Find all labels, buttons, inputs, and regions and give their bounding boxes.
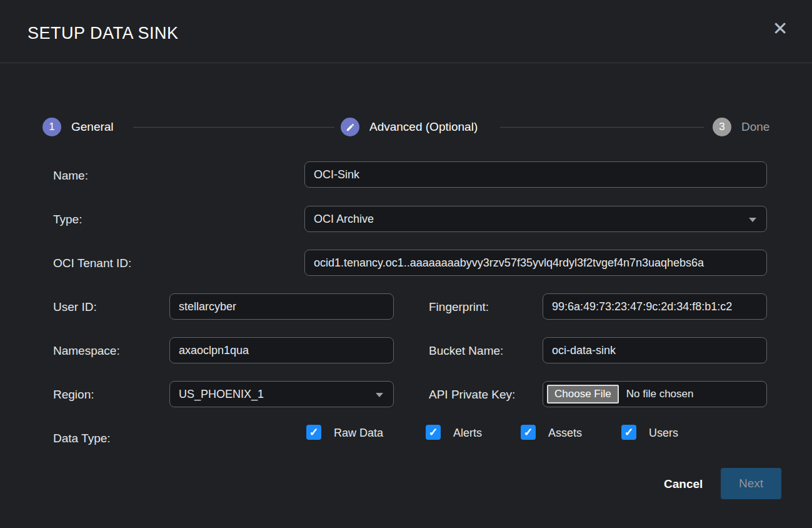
caret-down-icon xyxy=(749,218,756,222)
file-status-text: No file chosen xyxy=(626,388,694,400)
name-label: Name: xyxy=(53,169,88,183)
pencil-icon xyxy=(346,123,355,132)
step-indicator-advanced[interactable] xyxy=(341,118,359,136)
setup-data-sink-dialog: SETUP DATA SINK ✕ 1 General Advanced (Op… xyxy=(0,0,812,528)
caret-down-icon xyxy=(376,393,383,397)
type-dropdown-value: OCI Archive xyxy=(314,213,374,226)
checkmark-icon: ✓ xyxy=(428,425,438,439)
step-label-done: Done xyxy=(741,120,769,134)
type-label: Type: xyxy=(53,213,82,226)
namespace-label: Namespace: xyxy=(53,344,120,358)
checkbox-alerts-label: Alerts xyxy=(453,427,482,440)
step-number: 1 xyxy=(49,121,54,133)
region-label: Region: xyxy=(53,388,94,402)
checkmark-icon: ✓ xyxy=(624,425,633,439)
step-number: 3 xyxy=(719,121,724,133)
step-label-general: General xyxy=(71,120,114,134)
checkbox-users-label: Users xyxy=(649,427,678,440)
api-private-key-label: API Private Key: xyxy=(429,388,515,402)
fingerprint-input[interactable] xyxy=(543,293,767,320)
namespace-input[interactable] xyxy=(169,337,394,363)
oci-tenant-id-input[interactable] xyxy=(304,250,767,276)
name-input[interactable] xyxy=(304,161,767,188)
user-id-input[interactable] xyxy=(169,293,394,320)
step-indicator-done[interactable]: 3 xyxy=(713,118,731,136)
stepper-connector xyxy=(133,127,334,128)
oci-tenant-id-label: OCI Tenant ID: xyxy=(53,256,131,270)
bucket-name-label: Bucket Name: xyxy=(429,344,503,358)
bucket-name-input[interactable] xyxy=(543,337,767,363)
fingerprint-label: Fingerprint: xyxy=(429,300,489,314)
region-dropdown-value: US_PHOENIX_1 xyxy=(179,388,264,401)
checkbox-alerts[interactable]: ✓ xyxy=(426,425,441,440)
close-icon[interactable]: ✕ xyxy=(765,14,795,44)
header-divider xyxy=(0,63,812,63)
dialog-title: SETUP DATA SINK xyxy=(28,24,179,43)
next-button[interactable]: Next xyxy=(721,468,781,499)
api-private-key-file-input[interactable]: Choose File No file chosen xyxy=(543,381,767,407)
user-id-label: User ID: xyxy=(53,300,97,314)
region-dropdown[interactable]: US_PHOENIX_1 xyxy=(169,381,394,407)
checkmark-icon: ✓ xyxy=(523,425,533,439)
cancel-button[interactable]: Cancel xyxy=(656,475,710,494)
checkmark-icon: ✓ xyxy=(309,425,318,439)
step-indicator-general[interactable]: 1 xyxy=(43,118,61,136)
step-label-advanced: Advanced (Optional) xyxy=(369,120,478,134)
checkbox-raw-data[interactable]: ✓ xyxy=(306,425,321,440)
choose-file-button[interactable]: Choose File xyxy=(547,385,619,404)
checkbox-users[interactable]: ✓ xyxy=(621,425,636,440)
stepper-connector xyxy=(500,127,704,128)
type-dropdown[interactable]: OCI Archive xyxy=(304,206,767,232)
checkbox-assets[interactable]: ✓ xyxy=(521,425,536,440)
checkbox-assets-label: Assets xyxy=(548,427,582,440)
checkbox-raw-data-label: Raw Data xyxy=(334,427,383,440)
data-type-label: Data Type: xyxy=(53,432,111,445)
